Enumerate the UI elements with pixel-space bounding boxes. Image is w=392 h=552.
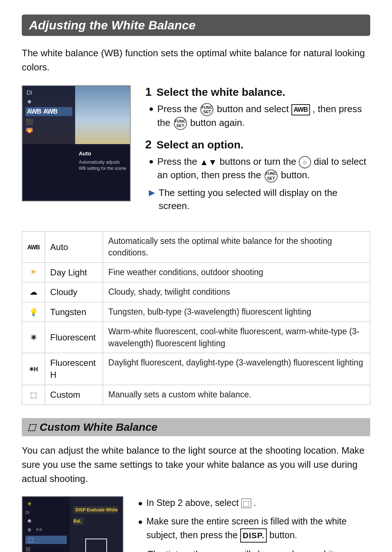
wb-table-row: AWB Auto Automatically sets the optimal … [22,232,370,262]
menu-item-awb: AWB AWB [25,107,72,116]
step2-text2: The setting you selected will display on… [159,186,370,213]
wb-desc-cell: Manually sets a custom white balance. [103,385,370,405]
page-title: Adjusting the White Balance [22,15,370,36]
wb-table-row: ✳ Fluorescent Warm-white fluorescent, co… [22,322,370,353]
steps-content: 1 Select the white balance. ● Press the … [145,85,370,220]
wb-table-row: ☁ Cloudy Cloudy, shady, twilight conditi… [22,282,370,302]
camera-info: Auto Automatically adjustsWB setting for… [75,146,130,201]
cwb-menu-di: DI [25,510,67,515]
cwb-sun-icon: ☀ [25,500,33,507]
custom-wb-icon: ⬚ [28,422,36,432]
disp-label: DISP. [240,528,267,543]
step1-text: Press the FUNCSET button and select AWB … [157,102,370,130]
cwb-selected-icon: ⬚ [27,536,35,543]
step2-number: 2 [145,138,152,151]
cwb-arrow-1: ▶ [138,549,144,552]
cwb-dot-1: ● [138,497,143,509]
wb-desc-cell: Daylight fluorescent, daylight-type (3-w… [103,353,370,385]
wb-icon-cell: 💡 [22,302,45,322]
awb-icon: AWB [27,108,41,115]
cwb-menu-custom-row: ※ ※※ [25,527,67,533]
cwb-text-2: Make sure the entire screen is filled wi… [146,515,370,543]
day-icon: 🌄 [25,127,33,134]
wb-icon-cell: ☁ [22,282,45,302]
wb-icon-cell: ☀ [22,262,45,282]
cwb-screen-right: DISP Evaluate White Bal. Custom Adjust W… [70,497,123,552]
wb-name-cell: Custom [45,385,103,405]
menu-item-read: ⬛ [25,118,72,125]
step1-heading: Select the white balance. [156,86,285,98]
cwb-bullets: ● In Step 2 above, select ⬚ . ● Make sur… [138,496,370,552]
cwb-text-1: In Step 2 above, select ⬚ . [146,496,256,510]
read-icon: ⬛ [25,118,33,125]
wb-desc-cell: Automatically sets the optimal white bal… [103,232,370,262]
wb-name-cell: Fluorescent [45,322,103,353]
wb-icon-cell: ✳ [22,322,45,353]
auto-label: Auto [79,150,126,157]
func-btn-2: FUNCSET [174,117,187,130]
cwb-text-3: The tint on the screen will change when … [148,548,370,552]
cwb-screen: ☀ DI ♣ ※ ※※ ⬚ ⬛ DV DISP Eval [22,496,123,552]
wb-name-cell: Day Light [45,262,103,282]
wb-desc-cell: Tungsten, bulb-type (3-wavelength) fluor… [103,302,370,322]
cwb-di-label: DI [25,510,29,515]
wb-name-cell: Cloudy [45,282,103,302]
step-2: 2 Select an option. ● Press the ▲▼ butto… [145,138,370,212]
cwb-disp-bar: DISP Evaluate White Bal. [73,506,118,525]
cwb-intro-text: You can adjust the white balance to the … [22,443,370,486]
wb-table-row: ✳H Fluorescent H Daylight fluorescent, d… [22,353,370,385]
cwb-section: ☀ DI ♣ ※ ※※ ⬚ ⬛ DV DISP Eval [22,496,370,552]
func-btn-1: FUNCSET [200,103,213,116]
di-icon: DI [25,90,33,96]
wb-table-row: ⬚ Custom Manually sets a custom white ba… [22,385,370,405]
step1-body: ● Press the FUNCSET button and select AW… [149,102,370,130]
bullet-dot-1: ● [149,103,154,115]
step1-bullet1: ● Press the FUNCSET button and select AW… [149,102,370,130]
cwb-read2-icon: ⬛ [25,547,30,552]
custom-wb-title: Custom White Balance [40,421,158,433]
wb-table-row: 💡 Tungsten Tungsten, bulb-type (3-wavele… [22,302,370,322]
step2-bullet2: ▶ The setting you selected will display … [149,186,370,213]
cwb-bullet-1: ● In Step 2 above, select ⬚ . [138,496,370,510]
cwb-select-icon: ⬚ [241,499,251,508]
func-btn-3: FUNCSET [265,169,278,183]
cwb-custom-sub: ※※ [36,527,42,532]
cwb-menu-at2: ♣ [25,518,67,524]
step1-number: 1 [145,85,152,98]
cwb-menu-read2: ⬛ [25,547,67,552]
cwb-disp-area: DISP Evaluate White Bal. [73,503,119,525]
arrows-symbol: ▲▼ [200,158,217,167]
wb-icon-cell: AWB [22,232,45,262]
wb-desc-cell: Warm-white fluorescent, cool-white fluor… [103,322,370,353]
wb-desc-cell: Fine weather conditions, outdoor shootin… [103,262,370,282]
wb-name-cell: Fluorescent H [45,353,103,385]
steps-section: DI ♣ AWB AWB ⬛ 🌄 Auto Automatically adju… [22,85,370,220]
wb-name-cell: Auto [45,232,103,262]
auto-desc: Automatically adjustsWB setting for the … [79,159,126,172]
cwb-custom-icon: ※ [25,527,33,533]
cwb-white-frame [85,539,107,552]
bullet-arrow-1: ▶ [149,187,155,199]
camera-screen-illustration: DI ♣ AWB AWB ⬛ 🌄 Auto Automatically adju… [22,85,131,201]
menu-item-at: ♣ [25,98,72,105]
wb-desc-cell: Cloudy, shady, twilight conditions [103,282,370,302]
step2-body: ● Press the ▲▼ buttons or turn the ○ dia… [149,155,370,212]
wb-table-row: ☀ Day Light Fine weather conditions, out… [22,262,370,282]
cwb-bullet-3: ▶ The tint on the screen will change whe… [138,548,370,552]
bullet-dot-2: ● [149,156,154,167]
wb-icon-cell: ⬚ [22,385,45,405]
camera-menu: DI ♣ AWB AWB ⬛ 🌄 [23,86,75,201]
wb-icon-cell: ✳H [22,353,45,385]
cwb-dot-2: ● [138,516,143,528]
wb-options-table: AWB Auto Automatically sets the optimal … [22,231,370,405]
awb2-icon: AWB [43,108,57,115]
custom-wb-header: ⬚ Custom White Balance [22,418,370,436]
wb-name-cell: Tungsten [45,302,103,322]
dial-icon: ○ [299,156,311,168]
step-1: 1 Select the white balance. ● Press the … [145,85,370,130]
step2-bullet1: ● Press the ▲▼ buttons or turn the ○ dia… [149,155,370,182]
at-icon: ♣ [25,98,33,105]
awb-tag-1: AWB [291,104,310,115]
cwb-menu: ☀ DI ♣ ※ ※※ ⬚ ⬛ DV [23,497,70,552]
step2-text1: Press the ▲▼ buttons or turn the ○ dial … [157,155,370,182]
